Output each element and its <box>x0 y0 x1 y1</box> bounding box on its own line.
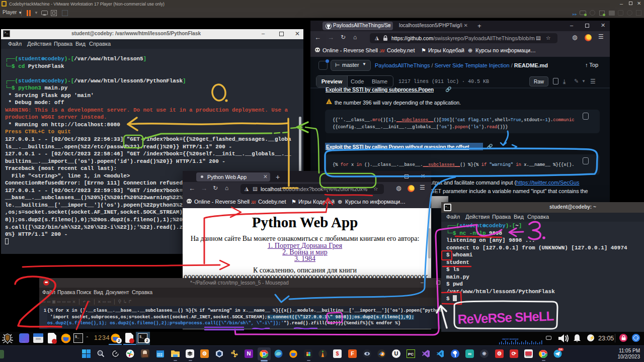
svg-text:PC: PC <box>408 352 414 356</box>
svg-text:светит монитор: светит монитор <box>502 338 519 340</box>
